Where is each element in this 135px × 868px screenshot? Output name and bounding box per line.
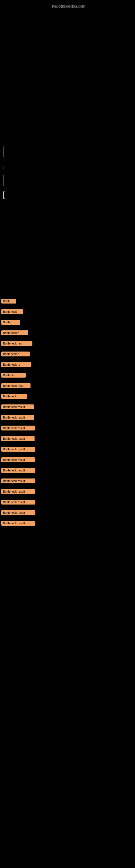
bottleneck-row: Bottleneck xyxy=(1,309,134,316)
bottleneck-result-badge[interactable]: Bottleneck re xyxy=(1,362,31,367)
bottleneck-result-badge[interactable]: Bottleneck r xyxy=(1,330,28,335)
bottleneck-result-badge[interactable]: Bottlen xyxy=(1,320,20,325)
bottleneck-row: Bottleneck result xyxy=(1,510,134,517)
vertical-line-2 xyxy=(3,175,3,186)
bottleneck-row: Bottleneck resu xyxy=(1,383,134,390)
bottleneck-row: Bottleneck result xyxy=(1,468,134,475)
bottleneck-result-badge[interactable]: Bottlenec xyxy=(1,373,26,378)
bottleneck-row: Bottleneck r xyxy=(1,351,134,359)
bottleneck-row: Bottleneck re xyxy=(1,362,134,369)
site-title: TheBottlenecker.com xyxy=(0,1,135,11)
bottleneck-row: Bottleneck result xyxy=(1,489,134,496)
bottleneck-result-badge[interactable]: Bottleneck result xyxy=(1,489,35,494)
bottleneck-row: Bottleneck result xyxy=(1,415,134,422)
chart-area xyxy=(0,0,135,135)
bottleneck-result-badge[interactable]: Bottleneck r xyxy=(1,394,27,399)
bottleneck-row: Bottleneck result xyxy=(1,521,134,528)
bottleneck-row: Bottleneck result xyxy=(1,425,134,433)
bottleneck-result-badge[interactable]: Bottleneck xyxy=(1,309,23,314)
bottleneck-result-badge[interactable]: Bottleneck result xyxy=(1,436,35,441)
vertical-line-1 xyxy=(3,147,3,157)
bottleneck-row: Bottleneck result xyxy=(1,436,134,443)
bottleneck-result-badge[interactable]: Bottleneck result xyxy=(1,468,35,473)
bottleneck-result-badge[interactable]: Bottleneck result xyxy=(1,426,35,431)
bottleneck-row: Bottleneck result xyxy=(1,446,134,454)
bottleneck-result-badge[interactable]: Bottleneck result xyxy=(1,500,35,504)
bottleneck-row: Bottlenec xyxy=(1,372,134,380)
bottleneck-result-badge[interactable]: Bottleneck result xyxy=(1,404,34,409)
bottleneck-row: Bottleneck result xyxy=(1,404,134,411)
bottleneck-row: Bottleneck r xyxy=(1,330,134,337)
bottleneck-row: Bottleneck result xyxy=(1,478,134,486)
bottleneck-row: Bottleneck result xyxy=(1,499,134,507)
section-text-1: | xyxy=(3,160,132,173)
bottleneck-result-badge[interactable]: Bottleneck r xyxy=(1,351,30,356)
bottleneck-result-badge[interactable]: Bottleneck result xyxy=(1,521,35,526)
bottleneck-result-badge[interactable]: Bottleneck result xyxy=(1,415,34,420)
bottleneck-result-badge[interactable]: Bottleneck result xyxy=(1,510,35,515)
bottleneck-result-badge[interactable]: Bottleneck resu xyxy=(1,383,31,388)
bracket-symbol: [ xyxy=(3,190,132,199)
bottleneck-result-badge[interactable]: Bottleneck result xyxy=(1,447,35,452)
bottleneck-result-badge[interactable]: Bottleneck result xyxy=(1,478,35,484)
bottleneck-row: Bottle xyxy=(1,299,134,306)
bottleneck-row: Bottlen xyxy=(1,319,134,327)
bottleneck-row: Bottleneck r xyxy=(1,394,134,401)
bottleneck-result-badge[interactable]: Bottleneck res xyxy=(1,341,32,346)
bottleneck-items-container: BottleBottleneckBottlenBottleneck rBottl… xyxy=(0,299,135,531)
bottleneck-result-badge[interactable]: Bottle xyxy=(1,299,16,304)
bottleneck-row: Bottleneck result xyxy=(1,457,134,464)
bottleneck-result-badge[interactable]: Bottleneck result xyxy=(1,457,35,462)
bottleneck-row: Bottleneck res xyxy=(1,341,134,348)
